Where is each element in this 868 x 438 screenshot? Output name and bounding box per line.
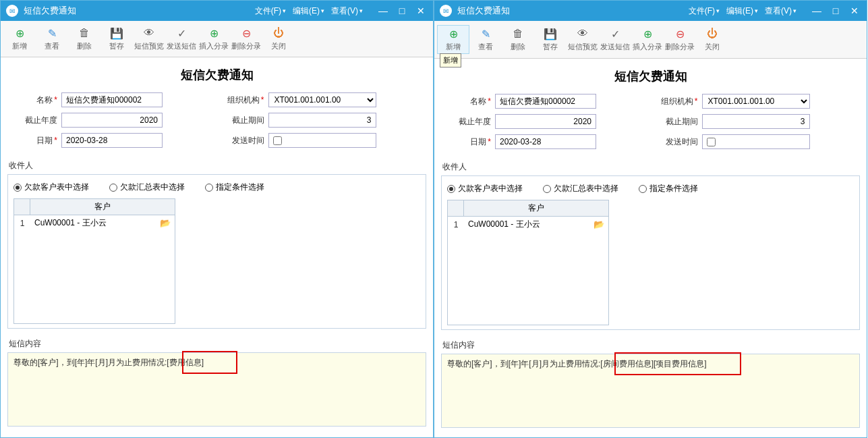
add-button[interactable]: ⊕新增	[437, 25, 469, 54]
close-button[interactable]: ✕	[848, 4, 861, 18]
radio-summary-table[interactable]: 欠款汇总表中选择	[109, 182, 185, 193]
window-title: 短信欠费通知	[24, 5, 76, 17]
org-select[interactable]: XT001.001.001.00	[702, 94, 810, 109]
delete-button[interactable]: 🗑删除	[502, 25, 534, 54]
eye-icon: 👁	[577, 27, 588, 40]
check-icon: ✓	[177, 26, 186, 40]
draft-button[interactable]: 💾暂存	[100, 25, 133, 53]
menu-edit[interactable]: 编辑(E)▾	[293, 5, 324, 17]
add-button[interactable]: ⊕新增	[3, 25, 36, 53]
chevron-down-icon: ▾	[359, 7, 363, 14]
name-input[interactable]	[495, 94, 596, 109]
app-icon: ✉	[440, 5, 452, 17]
grid-row[interactable]: 1 CuW00001 - 王小云 📂	[14, 215, 175, 231]
eye-icon: 👁	[144, 26, 154, 40]
period-input[interactable]	[702, 114, 810, 129]
radio-icon	[543, 185, 551, 193]
grid-header-customer: 客户	[464, 200, 608, 216]
draft-button[interactable]: 💾暂存	[534, 25, 567, 54]
save-icon: 💾	[544, 27, 557, 40]
send-button[interactable]: ✓发送短信	[165, 25, 198, 53]
menubar: 文件(F)▾ 编辑(E)▾ 查看(V)▾	[689, 5, 797, 17]
radio-icon	[447, 185, 455, 193]
customer-cell: CuW00001 - 王小云	[34, 217, 107, 229]
minimize-button[interactable]: —	[376, 4, 390, 18]
page-title: 短信欠费通知	[1, 57, 433, 92]
org-label: 组织机构*	[651, 96, 698, 107]
sms-content-label: 短信内容	[441, 337, 860, 354]
trash-icon: 🗑	[513, 27, 523, 40]
maximize-button[interactable]: □	[829, 4, 842, 18]
minus-circle-icon: ⊖	[242, 26, 251, 40]
check-icon: ✓	[611, 27, 620, 40]
plus-icon: ⊕	[16, 26, 24, 40]
minus-circle-icon: ⊖	[676, 27, 685, 40]
sendtime-checkbox[interactable]	[273, 136, 282, 145]
window-right: ✉ 短信欠费通知 文件(F)▾ 编辑(E)▾ 查看(V)▾ — □ ✕ ⊕新增 …	[434, 0, 867, 438]
radio-condition[interactable]: 指定条件选择	[639, 183, 698, 194]
close-form-button[interactable]: ⏻关闭	[262, 25, 295, 53]
menubar: 文件(F)▾ 编辑(E)▾ 查看(V)▾	[255, 5, 363, 17]
menu-edit[interactable]: 编辑(E)▾	[726, 5, 758, 17]
toolbar: ⊕新增 ✎查看 🗑删除 💾暂存 👁短信预览 ✓发送短信 ⊕插入分录 ⊖删除分录 …	[1, 21, 433, 57]
sms-text: 尊敬的[客户]，到[年]年[月]月为止费用情况:[房间费用信息][项目费用信息]	[447, 359, 707, 368]
row-number: 1	[14, 217, 30, 230]
insert-entry-button[interactable]: ⊕插入分录	[198, 25, 230, 53]
recipients-label: 收件人	[441, 159, 860, 175]
grid-header-customer: 客户	[30, 199, 175, 215]
minimize-button[interactable]: —	[810, 4, 823, 18]
menu-view[interactable]: 查看(V)▾	[331, 5, 363, 17]
date-input[interactable]	[495, 134, 596, 149]
year-input[interactable]	[495, 114, 596, 129]
delete-entry-button[interactable]: ⊖删除分录	[664, 25, 696, 54]
recipients-label: 收件人	[7, 157, 426, 174]
content-area: 短信欠费通知 名称* 组织机构* XT001.001.001.00 截止年度	[434, 59, 867, 437]
sms-content-panel[interactable]: 尊敬的[客户]，到[年]年[月]月为止费用情况:[费用信息]	[7, 352, 426, 427]
radio-icon	[109, 184, 117, 192]
maximize-button[interactable]: □	[395, 4, 409, 18]
menu-file[interactable]: 文件(F)▾	[689, 5, 720, 17]
window-controls: — □ ✕	[810, 4, 861, 18]
radio-condition[interactable]: 指定条件选择	[205, 182, 264, 193]
name-label: 名称*	[10, 94, 57, 106]
view-button[interactable]: ✎查看	[469, 25, 502, 54]
insert-entry-button[interactable]: ⊕插入分录	[631, 25, 664, 54]
send-button[interactable]: ✓发送短信	[599, 25, 631, 54]
sendtime-field[interactable]	[268, 133, 376, 148]
titlebar: ✉ 短信欠费通知 文件(F)▾ 编辑(E)▾ 查看(V)▾ — □ ✕	[434, 1, 867, 21]
radio-icon	[639, 185, 647, 193]
content-area: 短信欠费通知 名称* 组织机构* XT001.001.001.00 截止年度	[1, 57, 433, 437]
preview-button[interactable]: 👁短信预览	[133, 25, 165, 53]
tooltip-add: 新增	[440, 53, 461, 67]
folder-icon[interactable]: 📂	[160, 218, 171, 228]
edit-icon: ✎	[48, 26, 57, 40]
window-controls: — □ ✕	[376, 4, 428, 18]
customer-cell: CuW00001 - 王小云	[468, 219, 540, 230]
menu-file[interactable]: 文件(F)▾	[255, 5, 286, 17]
name-input[interactable]	[61, 92, 163, 107]
year-input[interactable]	[61, 113, 163, 128]
org-select[interactable]: XT001.001.001.00	[268, 92, 376, 107]
radio-summary-table[interactable]: 欠款汇总表中选择	[543, 183, 618, 194]
plus-icon: ⊕	[449, 27, 458, 40]
menu-view[interactable]: 查看(V)▾	[765, 5, 797, 17]
sms-content-panel[interactable]: 尊敬的[客户]，到[年]年[月]月为止费用情况:[房间费用信息][项目费用信息]	[441, 354, 860, 428]
sms-text: 尊敬的[客户]，到[年]年[月]月为止费用情况:[费用信息]	[13, 358, 204, 367]
close-button[interactable]: ✕	[414, 4, 428, 18]
date-input[interactable]	[61, 133, 163, 148]
window-title: 短信欠费通知	[457, 5, 510, 17]
delete-button[interactable]: 🗑删除	[68, 25, 100, 53]
grid-row[interactable]: 1 CuW00001 - 王小云 📂	[448, 217, 608, 232]
sendtime-field[interactable]	[702, 134, 810, 149]
period-input[interactable]	[268, 113, 376, 128]
folder-icon[interactable]: 📂	[594, 219, 604, 229]
close-form-button[interactable]: ⏻关闭	[696, 25, 728, 54]
view-button[interactable]: ✎查看	[36, 25, 68, 53]
radio-customer-table[interactable]: 欠款客户表中选择	[13, 182, 89, 193]
form: 名称* 组织机构* XT001.001.001.00 截止年度 截止期间	[434, 94, 867, 155]
sendtime-checkbox[interactable]	[707, 138, 716, 146]
radio-customer-table[interactable]: 欠款客户表中选择	[447, 183, 523, 194]
preview-button[interactable]: 👁短信预览	[567, 25, 599, 54]
delete-entry-button[interactable]: ⊖删除分录	[230, 25, 262, 53]
sendtime-label: 发送时间	[651, 136, 698, 148]
